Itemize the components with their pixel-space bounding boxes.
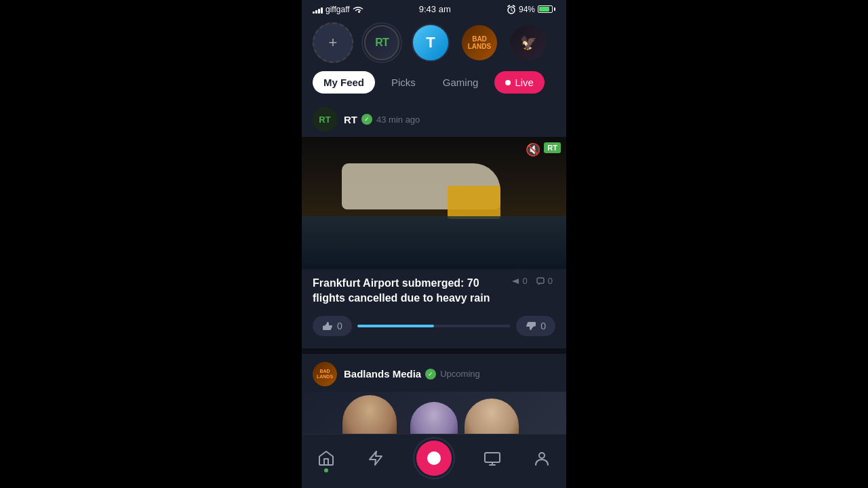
story-avatar5[interactable]: 🦅 bbox=[508, 22, 549, 63]
post1-author-row: RT ✓ 43 min ago bbox=[344, 114, 555, 125]
character-icon: 🦅 bbox=[520, 35, 537, 51]
wifi-icon bbox=[353, 5, 363, 14]
nav-activity[interactable] bbox=[367, 449, 384, 467]
thumbs-up-icon bbox=[322, 321, 333, 331]
person-face-2 bbox=[410, 402, 458, 434]
thumbs-down-count: 0 bbox=[540, 321, 546, 331]
post2-author-name: Badlands Media bbox=[344, 368, 421, 380]
post2-header: BADLANDS Badlands Media ✓ Upcoming bbox=[302, 354, 566, 392]
post2-verified-badge: ✓ bbox=[425, 369, 436, 380]
post1-comments: 0 bbox=[536, 276, 553, 286]
post1-stats: 0 0 bbox=[511, 276, 555, 286]
nav-screen[interactable] bbox=[484, 449, 501, 467]
post1-title: Frankfurt Airport submerged: 70 flights … bbox=[313, 276, 511, 306]
post2-author-row: Badlands Media ✓ Upcoming bbox=[344, 368, 555, 380]
rt-logo: RT bbox=[364, 25, 399, 60]
person-face-1 bbox=[342, 395, 397, 434]
profile-icon bbox=[533, 449, 551, 467]
story-rt[interactable]: RT bbox=[361, 22, 402, 63]
comments-icon bbox=[536, 277, 545, 286]
post-card-2: BADLANDS Badlands Media ✓ Upcoming bbox=[302, 354, 566, 434]
post2-thumbnail[interactable] bbox=[302, 392, 566, 434]
home-icon bbox=[317, 449, 335, 467]
post2-avatar[interactable]: BADLANDS bbox=[313, 362, 337, 386]
post1-author-name: RT bbox=[344, 114, 357, 125]
post2-status: Upcoming bbox=[440, 369, 480, 379]
water-reflection bbox=[302, 216, 566, 269]
tabs-row: My Feed Picks Gaming Live bbox=[302, 68, 566, 99]
post1-avatar-label: RT bbox=[319, 115, 330, 125]
story-badlands[interactable]: BADLANDS bbox=[459, 22, 500, 63]
live-indicator bbox=[505, 80, 511, 85]
tab-my-feed[interactable]: My Feed bbox=[313, 71, 375, 94]
post1-thumbnail: RT 🔇 bbox=[302, 137, 566, 269]
status-left: giffgaff bbox=[313, 5, 363, 14]
lightning-icon bbox=[367, 449, 384, 467]
tab-live[interactable]: Live bbox=[494, 71, 545, 94]
nav-profile[interactable] bbox=[533, 449, 551, 467]
tab-live-label: Live bbox=[515, 77, 534, 88]
svg-point-4 bbox=[539, 453, 545, 458]
post1-video[interactable]: RT 🔇 bbox=[302, 137, 566, 269]
svg-rect-2 bbox=[537, 278, 544, 283]
battery-percent: 94% bbox=[519, 5, 535, 14]
carrier-name: giffgaff bbox=[326, 5, 350, 14]
bottom-nav bbox=[302, 434, 566, 488]
post1-views-count: 0 bbox=[523, 276, 528, 286]
thumbs-down-button[interactable]: 0 bbox=[516, 316, 555, 336]
feed-divider bbox=[302, 348, 566, 354]
alarm-icon bbox=[507, 5, 516, 14]
feed-content: RT RT ✓ 43 min ago bbox=[302, 99, 566, 434]
thumbs-up-button[interactable]: 0 bbox=[313, 316, 352, 336]
post1-views: 0 bbox=[511, 276, 528, 286]
vote-fill bbox=[357, 325, 434, 327]
rt-watermark: RT bbox=[544, 142, 561, 153]
nav-home[interactable] bbox=[317, 449, 335, 467]
add-icon: + bbox=[329, 34, 338, 52]
badlands-avatar-small: BADLANDS bbox=[313, 362, 337, 386]
story-add-button[interactable]: + bbox=[313, 22, 353, 63]
svg-marker-1 bbox=[512, 279, 519, 284]
battery-icon bbox=[538, 5, 555, 13]
screen-icon bbox=[484, 449, 501, 467]
tab-gaming[interactable]: Gaming bbox=[432, 71, 490, 94]
post1-header: RT RT ✓ 43 min ago bbox=[302, 99, 566, 137]
signal-icon bbox=[313, 5, 323, 14]
tab-picks[interactable]: Picks bbox=[380, 71, 427, 94]
post1-comments-count: 0 bbox=[548, 276, 553, 286]
badlands-label: BADLANDS bbox=[468, 35, 491, 50]
story-t[interactable]: T bbox=[410, 22, 451, 63]
thumbs-down-icon bbox=[526, 321, 536, 331]
rt-label: RT bbox=[375, 37, 388, 49]
post1-title-area: Frankfurt Airport submerged: 70 flights … bbox=[302, 269, 566, 310]
t-label: T bbox=[426, 34, 435, 52]
avatar5-image: 🦅 bbox=[511, 25, 546, 60]
ground-equipment bbox=[448, 186, 500, 219]
post1-verified-badge: ✓ bbox=[361, 114, 372, 125]
vote-track bbox=[357, 325, 511, 327]
t-avatar: T bbox=[412, 24, 450, 62]
record-button[interactable] bbox=[416, 441, 452, 476]
person-face-3 bbox=[465, 399, 519, 434]
post1-vote-bar: 0 0 bbox=[302, 310, 566, 346]
badlands-avatar: BADLANDS bbox=[462, 25, 497, 60]
post1-avatar[interactable]: RT bbox=[313, 107, 337, 131]
stories-row: + RT T BADLANDS 🦅 bbox=[302, 17, 566, 68]
home-active-dot bbox=[324, 468, 328, 472]
record-inner bbox=[427, 451, 441, 465]
post-card-1: RT RT ✓ 43 min ago bbox=[302, 99, 566, 346]
nav-record[interactable] bbox=[416, 441, 452, 476]
post1-info: RT ✓ 43 min ago bbox=[344, 114, 555, 125]
post1-time: 43 min ago bbox=[376, 115, 420, 125]
post2-info: Badlands Media ✓ Upcoming bbox=[344, 368, 555, 380]
svg-rect-3 bbox=[485, 453, 500, 462]
status-time: 9:43 am bbox=[419, 4, 451, 14]
status-bar: giffgaff 9:43 am 94% bbox=[302, 0, 566, 17]
thumbs-up-count: 0 bbox=[337, 321, 342, 331]
status-right: 94% bbox=[507, 5, 555, 14]
mute-button[interactable]: 🔇 bbox=[526, 142, 540, 157]
badlands-label-small: BADLANDS bbox=[317, 369, 333, 379]
views-icon bbox=[511, 277, 520, 286]
